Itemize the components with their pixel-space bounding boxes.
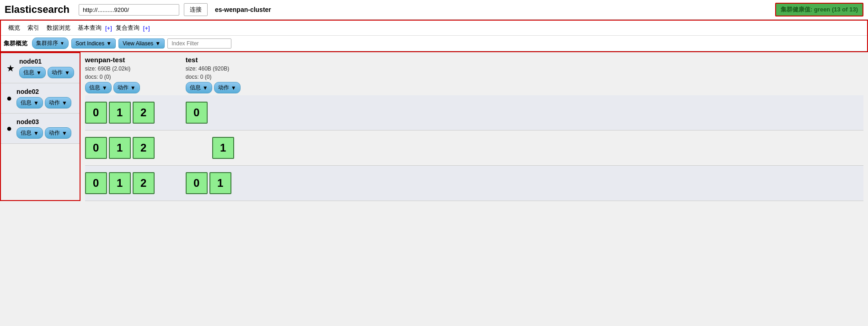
sort-cluster-arrow-icon: ▼ [60, 41, 64, 46]
shard-box: 0 [85, 102, 107, 124]
shard-box: 0 [85, 137, 107, 159]
index-test-actions: 信息 ▼ 动作 ▼ [186, 82, 259, 93]
tab-overview[interactable]: 概览 [5, 22, 24, 33]
node03-name: node03 [16, 118, 71, 125]
node-row-03: ● node03 信息 ▼ 动作 ▼ [1, 114, 80, 144]
cluster-name: es-wenpan-cluster [215, 6, 271, 13]
node01-name: node01 [19, 58, 74, 65]
index-wenpan-test-size: size: 690B (2.02ki) [85, 65, 177, 72]
connect-button[interactable]: 连接 [184, 3, 208, 16]
shard-box: 2 [133, 172, 155, 194]
cluster-overview-label: 集群概览 [4, 39, 27, 48]
shard-box: 2 [133, 137, 155, 159]
node02-info-arrow-icon: ▼ [33, 100, 39, 106]
health-badge: 集群健康值: green (13 of 13) [775, 3, 863, 16]
node02-info-button[interactable]: 信息 ▼ [16, 97, 43, 109]
shard-box: 1 [109, 102, 131, 124]
index-col-wenpan-test: wenpan-test size: 690B (2.02ki) docs: 0 … [85, 56, 177, 93]
node03-info-arrow-icon: ▼ [33, 130, 39, 136]
index-test-size: size: 460B (920B) [186, 65, 259, 72]
node02-name: node02 [16, 88, 71, 95]
node01-actions: 信息 ▼ 动作 ▼ [19, 67, 74, 78]
node02-action-arrow-icon: ▼ [62, 100, 67, 106]
view-aliases-button[interactable]: View Aliases ▼ [118, 38, 165, 49]
node02-wenpan-test-shards: 0 1 2 [85, 137, 177, 159]
node01-action-button[interactable]: 动作 ▼ [48, 67, 74, 78]
test-info-arrow-icon: ▼ [203, 85, 208, 91]
node02-test-shards: 1 [186, 137, 259, 159]
shard-box: 1 [109, 172, 131, 194]
shard-box: 2 [133, 102, 155, 124]
index-test-docs: docs: 0 (0) [186, 74, 259, 80]
basic-query-plus[interactable]: [+] [105, 25, 112, 32]
index-filter-input[interactable] [167, 38, 231, 49]
index-wenpan-test-docs: docs: 0 (0) [85, 74, 177, 80]
node03-icon: ● [6, 123, 12, 134]
shard-box: 1 [209, 172, 231, 194]
top-bar: Elasticsearch 连接 es-wenpan-cluster 集群健康值… [0, 0, 868, 20]
index-wenpan-test-actions: 信息 ▼ 动作 ▼ [85, 82, 177, 93]
node-row-01: ★ node01 信息 ▼ 动作 ▼ [1, 53, 80, 83]
node03-actions: 信息 ▼ 动作 ▼ [16, 127, 71, 139]
index-wenpan-test-name: wenpan-test [85, 56, 177, 64]
sort-indices-arrow-icon: ▼ [106, 40, 112, 47]
tab-complex-query[interactable]: 复合查询 [112, 22, 143, 33]
test-info-button[interactable]: 信息 ▼ [186, 82, 212, 93]
node01-action-arrow-icon: ▼ [64, 70, 70, 76]
tab-index[interactable]: 索引 [24, 22, 43, 33]
node01-info-button[interactable]: 信息 ▼ [19, 67, 46, 78]
test-action-button[interactable]: 动作 ▼ [214, 82, 241, 93]
wenpan-test-info-button[interactable]: 信息 ▼ [85, 82, 112, 93]
wenpan-test-action-button[interactable]: 动作 ▼ [113, 82, 140, 93]
indices-area: wenpan-test size: 690B (2.02ki) docs: 0 … [80, 52, 868, 201]
nav-tabs: 概览 索引 数据浏览 基本查询 [+] 复合查询 [+] [1, 21, 867, 36]
toolbar: 集群概览 集群排序 ▼ Sort Indices ▼ View Aliases … [1, 36, 867, 51]
node03-info-button[interactable]: 信息 ▼ [16, 127, 43, 139]
tab-basic-query[interactable]: 基本查询 [74, 22, 105, 33]
shard-box: 1 [109, 137, 131, 159]
complex-query-plus[interactable]: [+] [143, 25, 150, 32]
main-content: ★ node01 信息 ▼ 动作 ▼ ● node02 [0, 52, 868, 201]
shard-box: 0 [186, 172, 208, 194]
node01-test-shards: 0 [186, 102, 259, 124]
app-title: Elasticsearch [5, 4, 70, 16]
wenpan-test-info-arrow-icon: ▼ [102, 85, 107, 91]
wenpan-test-action-arrow-icon: ▼ [130, 85, 136, 91]
tab-data-browse[interactable]: 数据浏览 [43, 22, 74, 33]
node03-action-button[interactable]: 动作 ▼ [45, 127, 71, 139]
node02-icon: ● [6, 93, 12, 103]
url-input[interactable] [79, 4, 179, 16]
node01-wenpan-test-shards: 0 1 2 [85, 102, 177, 124]
node02-actions: 信息 ▼ 动作 ▼ [16, 97, 71, 109]
sort-cluster-button[interactable]: 集群排序 ▼ [32, 38, 69, 49]
view-aliases-arrow-icon: ▼ [155, 40, 161, 47]
test-action-arrow-icon: ▼ [231, 85, 236, 91]
node03-action-arrow-icon: ▼ [62, 130, 67, 136]
node03-wenpan-test-shards: 0 1 2 [85, 172, 177, 194]
node01-info-arrow-icon: ▼ [36, 70, 42, 76]
sort-indices-button[interactable]: Sort Indices ▼ [71, 38, 116, 49]
index-test-name: test [186, 56, 259, 64]
node02-action-button[interactable]: 动作 ▼ [45, 97, 71, 109]
node03-test-shards: 0 1 [186, 172, 259, 194]
shard-box: 0 [186, 102, 208, 124]
node01-icon: ★ [6, 63, 15, 74]
shard-box: 0 [85, 172, 107, 194]
shard-box: 1 [212, 137, 234, 159]
node-row-02: ● node02 信息 ▼ 动作 ▼ [1, 83, 80, 114]
index-col-test: test size: 460B (920B) docs: 0 (0) 信息 ▼ … [186, 56, 259, 93]
